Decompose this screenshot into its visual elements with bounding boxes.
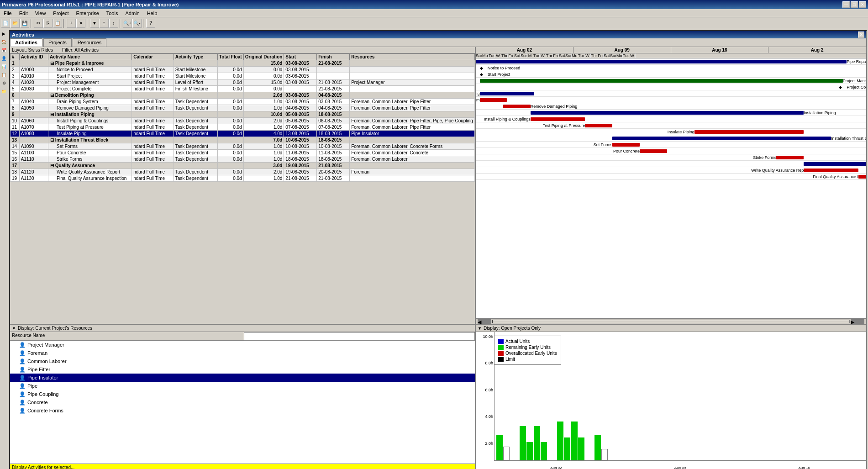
table-row[interactable]: 5 A1030 Project Complete ndard Full Time… — [11, 86, 475, 92]
tb-help[interactable]: ? — [146, 19, 155, 28]
cell-num: 18 — [11, 169, 20, 175]
table-row[interactable]: 11 A1070 Test Piping at Pressure ndard F… — [11, 124, 475, 131]
cell-calendar: ndard Full Time — [132, 67, 174, 73]
table-row[interactable]: 12 A1080 Insulate Piping ndard Full Time… — [11, 131, 475, 137]
gantt-scroll-right[interactable]: ▶ — [851, 319, 864, 324]
sidebar-icon-6[interactable]: 📋 — [0, 71, 8, 79]
menu-enterprise[interactable]: Enterprise — [74, 10, 101, 16]
tb-new[interactable]: 📄 — [1, 19, 10, 28]
table-row[interactable]: 3 A1010 Start Project ndard Full Time St… — [11, 73, 475, 79]
table-row[interactable]: 13 ⊟ Installation Thrust Block 7.0d 10-0… — [11, 137, 475, 143]
tb-paste[interactable]: 📋 — [53, 19, 62, 28]
tab-projects[interactable]: Projects — [43, 38, 72, 47]
cell-type: Level of Effort — [174, 79, 217, 86]
gantt-month-1: Aug 02 — [476, 47, 573, 53]
gantt-scroll-left[interactable]: ◀ — [478, 319, 491, 324]
gantt-row: Strike Forms — [476, 154, 866, 161]
col-od[interactable]: Original Duration — [243, 54, 284, 60]
resource-list-item[interactable]: 👤 Project Manager — [10, 341, 475, 349]
tb-cut[interactable]: ✂ — [34, 19, 43, 28]
menu-tools[interactable]: Tools — [105, 10, 120, 16]
sidebar-icon-2[interactable]: 🏠 — [0, 38, 8, 46]
tab-resources[interactable]: Resources — [73, 38, 107, 47]
menu-help[interactable]: Help — [145, 10, 159, 16]
gantt-scroll-track[interactable] — [492, 320, 850, 323]
menu-file[interactable]: File — [2, 10, 14, 16]
cell-tf — [217, 137, 243, 143]
chart-body: Actual Units Remaining Early Units Overa… — [476, 332, 866, 469]
table-row[interactable]: 4 A1020 Project Management ndard Full Ti… — [11, 79, 475, 86]
panel-close-button[interactable]: ✕ — [858, 32, 864, 38]
resource-list-item[interactable]: 👤 Pipe Fitter — [10, 365, 475, 374]
resource-list-item[interactable]: 👤 Concrete Forms — [10, 406, 475, 415]
resource-list-item[interactable]: 👤 Foreman — [10, 349, 475, 357]
gantt-scrollbar[interactable]: ◀ ▶ — [476, 318, 866, 324]
sidebar-icon-7[interactable]: ⚙ — [0, 79, 8, 87]
menu-view[interactable]: View — [33, 10, 48, 16]
tb-group[interactable]: ≡ — [100, 19, 109, 28]
table-row[interactable]: 15 A1100 Pour Concrete ndard Full Time T… — [11, 150, 475, 156]
menu-project[interactable]: Project — [51, 10, 70, 16]
resource-list-item[interactable]: 👤 Pipe — [10, 382, 475, 390]
table-row[interactable]: 14 A1090 Set Forms ndard Full Time Task … — [11, 143, 475, 150]
col-id[interactable]: Activity ID — [19, 54, 48, 60]
col-num[interactable]: # — [11, 54, 20, 60]
cell-name: ⊟ Installation Piping — [48, 111, 132, 118]
table-row[interactable]: 8 A1050 Remove Damaged Piping ndard Full… — [11, 105, 475, 111]
menu-edit[interactable]: Edit — [17, 10, 30, 16]
tb-filter[interactable]: ▼ — [90, 19, 99, 28]
resource-name: Pipe Insulator — [27, 375, 58, 380]
sidebar-icon-4[interactable]: 👤 — [0, 55, 8, 62]
chart-bar-item — [534, 426, 540, 460]
close-window-button[interactable]: ✕ — [859, 1, 866, 8]
table-row[interactable]: 9 ⊟ Installation Piping 10.0d 05-08-2015… — [11, 111, 475, 118]
tb-zoom-out[interactable]: 🔍- — [132, 19, 142, 28]
cell-name: Set Forms — [48, 143, 132, 150]
sidebar-icon-8[interactable]: 📁 — [0, 88, 8, 95]
table-row[interactable]: 16 A1110 Strike Forms ndard Full Time Ta… — [11, 156, 475, 163]
col-start[interactable]: Start — [284, 54, 317, 60]
gantt-header: Aug 02 Aug 09 Aug 16 Aug 2 SunMonTueWThr… — [476, 47, 866, 58]
tb-copy[interactable]: ⎘ — [43, 19, 53, 28]
resource-list-item[interactable]: 👤 Pipe Insulator — [10, 374, 475, 382]
tb-delete[interactable]: ✕ — [76, 19, 85, 28]
gantt-row: Demolition Piping — [476, 90, 866, 97]
col-name[interactable]: Activity Name — [48, 54, 132, 60]
col-resources[interactable]: Resources — [350, 54, 475, 60]
tb-sort[interactable]: ↕ — [109, 19, 118, 28]
maximize-button[interactable]: □ — [851, 1, 858, 8]
cell-resources: Foreman, Common Laborer, Pipe Fitter — [350, 99, 475, 105]
col-tf[interactable]: Total Float — [217, 54, 243, 60]
tb-save[interactable]: 💾 — [20, 19, 29, 28]
resource-list-item[interactable]: 👤 Pipe Coupling — [10, 390, 475, 398]
col-calendar[interactable]: Calendar — [132, 54, 174, 60]
table-row[interactable]: 10 A1060 Install Piping & Couplings ndar… — [11, 118, 475, 124]
tb-open[interactable]: 📂 — [11, 19, 20, 28]
sidebar-icon-3[interactable]: 📅 — [0, 47, 8, 54]
tb-add[interactable]: + — [67, 19, 76, 28]
table-row[interactable]: 17 ⊟ Quality Assurance 3.0d 19-08-2015 2… — [11, 163, 475, 169]
gantt-body[interactable]: Pipe Repair & Improve◆Notice to Proceed◆… — [476, 58, 866, 318]
col-finish[interactable]: Finish — [317, 54, 350, 60]
cell-od: 2.0d — [243, 118, 284, 124]
resource-list-item[interactable]: 👤 Common Laborer — [10, 357, 475, 365]
table-row[interactable]: 18 A1120 Write Quality Assurance Report … — [11, 169, 475, 175]
cell-calendar: ndard Full Time — [132, 143, 174, 150]
table-row[interactable]: 6 ⊟ Demolition Piping 2.0d 03-08-2015 04… — [11, 92, 475, 99]
chart-header: ▼ Display: Open Projects Only — [476, 325, 866, 332]
activity-table[interactable]: # Activity ID Activity Name Calendar Act… — [10, 53, 475, 324]
minimize-button[interactable]: — — [842, 1, 850, 8]
menu-admin[interactable]: Admin — [123, 10, 141, 16]
sidebar-icon-5[interactable]: 📊 — [0, 63, 8, 70]
table-row[interactable]: 7 A1040 Drain Piping System ndard Full T… — [11, 99, 475, 105]
tab-activities[interactable]: Activities — [10, 38, 42, 47]
table-row[interactable]: 1 ⊟ Pipe Repair & Improve 15.0d 03-08-20… — [11, 60, 475, 67]
table-row[interactable]: 19 A1130 Final Quality Assurance Inspect… — [11, 175, 475, 182]
table-row[interactable]: 2 A1000 Notice to Proceed ndard Full Tim… — [11, 67, 475, 73]
resource-search-input[interactable] — [244, 332, 475, 340]
col-type[interactable]: Activity Type — [174, 54, 217, 60]
tb-zoom-in[interactable]: 🔍+ — [123, 19, 132, 28]
sidebar-icon-1[interactable]: ▶ — [0, 30, 8, 37]
gantt-bar-label: Project Management — [843, 79, 866, 83]
resource-list-item[interactable]: 👤 Concrete — [10, 398, 475, 406]
